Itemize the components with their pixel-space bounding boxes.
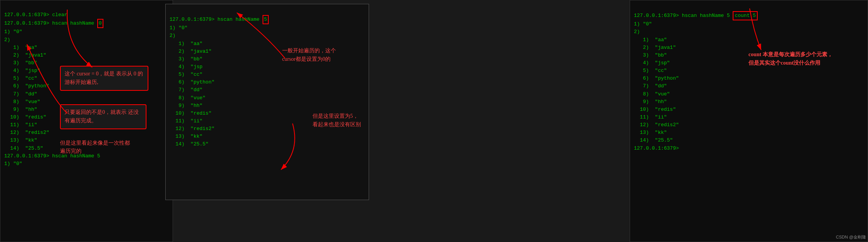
mid-result1: 1) "0" bbox=[170, 25, 188, 31]
right-item-10: 10) "redis" bbox=[634, 107, 676, 112]
left-result2-label: 2) bbox=[4, 37, 10, 43]
right-prompt2: 127.0.0.1:6379> bbox=[634, 145, 679, 151]
right-result2-label: 2) bbox=[634, 29, 640, 35]
left-item-14: 14) "25.5" bbox=[4, 145, 43, 151]
left-annotation-cursor-text: 这个 cursor = 0，就是 表示从 0 的游标开始遍历, bbox=[65, 71, 143, 85]
left-item-9: 9) "hh" bbox=[4, 107, 37, 112]
left-result1: 1) "0" bbox=[4, 29, 22, 35]
right-annotation-count: count 本意是每次遍历多少个元素，但是其实这个count没什么作用 bbox=[748, 50, 864, 68]
left-annotation-allonce: 但是这里看起来像是一次性都遍历完的 bbox=[60, 139, 130, 155]
right-item-7: 7) "dd" bbox=[634, 83, 667, 89]
right-item-2: 2) "java1" bbox=[634, 45, 676, 50]
left-prompt-clear: 127.0.0.1:6379> clear bbox=[4, 12, 67, 18]
csdn-watermark: CSDN @金刚隆 bbox=[836, 234, 866, 240]
left-item-11: 11) "ii" bbox=[4, 122, 37, 128]
main-container: 127.0.0.1:6379> clear 127.0.0.1:6379> hs… bbox=[0, 0, 868, 242]
middle-terminal: 127.0.0.1:6379> hscan hashName 5 1) "0" … bbox=[166, 4, 369, 159]
left-annotation-cursor: 这个 cursor = 0，就是 表示从 0 的游标开始遍历, bbox=[60, 66, 148, 91]
right-item-1: 1) "aa" bbox=[634, 37, 667, 43]
mid-annotation2: 但是这里设置为5，看起来也是没有区别 bbox=[313, 112, 361, 129]
left-item-4: 4) "jsp" bbox=[4, 68, 40, 73]
left-result3-1: 1) "0" bbox=[4, 161, 22, 167]
left-item-1: 1) "aa" bbox=[4, 45, 37, 50]
left-panel: 127.0.0.1:6379> clear 127.0.0.1:6379> hs… bbox=[0, 0, 173, 242]
mid-item-5: 5) "cc" bbox=[170, 72, 203, 77]
left-item-10: 10) "redis" bbox=[4, 114, 46, 120]
left-prompt-hscan0: 127.0.0.1:6379> hscan hashName 0 bbox=[4, 20, 103, 26]
right-terminal: 127.0.0.1:6379> hscan hashName 5 count 5… bbox=[630, 0, 868, 163]
right-item-12: 12) "redis2" bbox=[634, 122, 679, 128]
mid-item-11: 11) "ii" bbox=[170, 118, 203, 124]
left-annotation-not0: 只要返回的不是0，就表示 还没有遍历完成。 bbox=[60, 104, 146, 129]
right-prompt-hscan: 127.0.0.1:6379> hscan hashName 5 count 5 bbox=[634, 13, 758, 18]
right-item-8: 8) "vue" bbox=[634, 91, 670, 97]
left-item-5: 5) "cc" bbox=[4, 75, 37, 81]
mid-item-10: 10) "redis" bbox=[170, 110, 211, 116]
right-item-4: 4) "jsp" bbox=[634, 60, 670, 66]
right-result1: 1) "0" bbox=[634, 21, 652, 27]
mid-item-9: 9) "hh" bbox=[170, 103, 203, 108]
middle-panel: 127.0.0.1:6379> hscan hashName 5 1) "0" … bbox=[165, 4, 369, 200]
mid-item-12: 12) "redis2" bbox=[170, 126, 215, 132]
left-item-8: 8) "vue" bbox=[4, 99, 40, 105]
right-item-5: 5) "cc" bbox=[634, 68, 667, 73]
left-item-2: 2) "java1" bbox=[4, 52, 46, 58]
mid-annotation1: 一般开始遍历的，这个cursor都是设置为0的 bbox=[282, 47, 363, 64]
right-item-9: 9) "hh" bbox=[634, 99, 667, 105]
right-item-6: 6) "python" bbox=[634, 75, 679, 81]
mid-item-7: 7) "dd" bbox=[170, 87, 203, 93]
right-item-11: 11) "ii" bbox=[634, 114, 667, 120]
mid-item-13: 13) "kk" bbox=[170, 134, 203, 139]
mid-item-8: 8) "vue" bbox=[170, 95, 206, 101]
left-item-3: 3) "bb" bbox=[4, 60, 37, 66]
right-panel: 127.0.0.1:6379> hscan hashName 5 count 5… bbox=[630, 0, 868, 242]
left-item-6: 6) "python" bbox=[4, 83, 49, 89]
left-item-12: 12) "redis2" bbox=[4, 130, 49, 135]
cursor0-highlight: 0 bbox=[97, 19, 103, 28]
left-item-7: 7) "dd" bbox=[4, 91, 37, 97]
mid-item-3: 3) "bb" bbox=[170, 56, 203, 62]
right-item-14: 14) "25.5" bbox=[634, 137, 673, 143]
mid-item-1: 1) "aa" bbox=[170, 41, 203, 47]
left-item-13: 13) "kk" bbox=[4, 137, 37, 143]
right-item-13: 13) "kk" bbox=[634, 130, 667, 135]
mid-item-6: 6) "python" bbox=[170, 79, 215, 85]
mid-item-14: 14) "25.5" bbox=[170, 141, 208, 147]
mid-item-4: 4) "jsp bbox=[170, 64, 203, 70]
left-annotation-not0-text: 只要返回的不是0，就表示 还没有遍历完成。 bbox=[65, 109, 139, 124]
count5-highlight: count 5 bbox=[733, 11, 758, 20]
mid-prompt-hscan5: 127.0.0.1:6379> hscan hashName 5 bbox=[170, 17, 269, 22]
cursor5-highlight-mid: 5 bbox=[263, 15, 269, 24]
right-item-3: 3) "bb" bbox=[634, 52, 667, 58]
mid-item-2: 2) "java1" bbox=[170, 48, 211, 54]
mid-result2-label: 2) bbox=[170, 33, 176, 38]
